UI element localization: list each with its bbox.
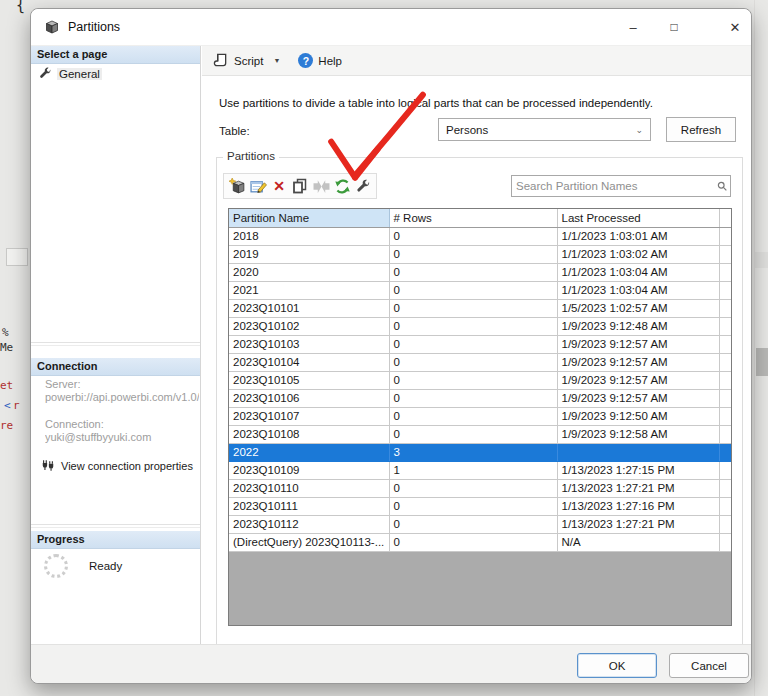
- close-button[interactable]: ✕: [715, 12, 755, 42]
- partition-name-cell[interactable]: 2023Q10101: [229, 299, 389, 317]
- row-count-cell[interactable]: 0: [389, 299, 557, 317]
- column-header-partition-name[interactable]: Partition Name: [229, 209, 389, 227]
- last-processed-cell[interactable]: 1/1/2023 1:03:01 AM: [557, 227, 719, 245]
- new-partition-button[interactable]: [227, 176, 247, 196]
- column-header-rows[interactable]: # Rows: [389, 209, 557, 227]
- row-count-cell[interactable]: 0: [389, 281, 557, 299]
- row-count-cell[interactable]: 0: [389, 425, 557, 443]
- maximize-button[interactable]: □: [654, 12, 694, 42]
- partition-name-cell[interactable]: (DirectQuery) 2023Q10113-...: [229, 533, 389, 551]
- last-processed-cell[interactable]: 1/13/2023 1:27:16 PM: [557, 497, 719, 515]
- row-count-cell[interactable]: 0: [389, 389, 557, 407]
- row-count-cell[interactable]: 0: [389, 479, 557, 497]
- help-button[interactable]: ? Help: [298, 53, 342, 68]
- row-count-cell[interactable]: 0: [389, 227, 557, 245]
- copy-partition-button[interactable]: [290, 176, 310, 196]
- table-row[interactable]: 2023Q10106 0 1/9/2023 9:12:57 AM: [229, 389, 731, 407]
- partition-name-cell[interactable]: 2023Q10105: [229, 371, 389, 389]
- partition-grid[interactable]: Partition Name # Rows Last Processed 201…: [228, 208, 732, 626]
- table-row[interactable]: 2019 0 1/1/2023 1:03:02 AM: [229, 245, 731, 263]
- row-count-cell[interactable]: 0: [389, 407, 557, 425]
- script-button[interactable]: Script ▼: [213, 53, 280, 68]
- row-count-cell[interactable]: 0: [389, 515, 557, 533]
- last-processed-cell[interactable]: [557, 443, 719, 461]
- last-processed-cell[interactable]: 1/1/2023 1:03:04 AM: [557, 281, 719, 299]
- row-count-cell[interactable]: 0: [389, 263, 557, 281]
- last-processed-cell[interactable]: 1/9/2023 9:12:57 AM: [557, 371, 719, 389]
- partition-name-cell[interactable]: 2022: [229, 443, 389, 461]
- last-processed-cell[interactable]: 1/5/2023 1:02:57 AM: [557, 299, 719, 317]
- column-header-spacer: [719, 209, 731, 227]
- cancel-button[interactable]: Cancel: [669, 653, 749, 678]
- partition-name-cell[interactable]: 2023Q10108: [229, 425, 389, 443]
- partition-name-cell[interactable]: 2020: [229, 263, 389, 281]
- row-count-cell[interactable]: 0: [389, 245, 557, 263]
- sidebar-divider: [31, 524, 200, 528]
- table-row[interactable]: (DirectQuery) 2023Q10113-... 0 N/A: [229, 533, 731, 551]
- partition-name-cell[interactable]: 2023Q10106: [229, 389, 389, 407]
- title-bar[interactable]: Partitions – □ ✕: [31, 9, 751, 46]
- last-processed-cell[interactable]: 1/13/2023 1:27:21 PM: [557, 515, 719, 533]
- partition-name-cell[interactable]: 2023Q10104: [229, 353, 389, 371]
- table-row[interactable]: 2023Q10108 0 1/9/2023 9:12:58 AM: [229, 425, 731, 443]
- refresh-button[interactable]: Refresh: [666, 117, 736, 142]
- last-processed-cell[interactable]: 1/9/2023 9:12:50 AM: [557, 407, 719, 425]
- table-row[interactable]: 2023Q10102 0 1/9/2023 9:12:48 AM: [229, 317, 731, 335]
- table-row[interactable]: 2023Q10111 0 1/13/2023 1:27:16 PM: [229, 497, 731, 515]
- row-count-cell[interactable]: 0: [389, 533, 557, 551]
- table-row[interactable]: 2020 0 1/1/2023 1:03:04 AM: [229, 263, 731, 281]
- table-row[interactable]: 2018 0 1/1/2023 1:03:01 AM: [229, 227, 731, 245]
- column-header-last-processed[interactable]: Last Processed: [557, 209, 719, 227]
- search-input[interactable]: [512, 180, 714, 192]
- last-processed-cell[interactable]: 1/13/2023 1:27:21 PM: [557, 479, 719, 497]
- view-connection-properties-link[interactable]: View connection properties: [41, 459, 193, 472]
- last-processed-cell[interactable]: 1/1/2023 1:03:02 AM: [557, 245, 719, 263]
- last-processed-cell[interactable]: 1/9/2023 9:12:57 AM: [557, 335, 719, 353]
- table-row[interactable]: 2023Q10101 0 1/5/2023 1:02:57 AM: [229, 299, 731, 317]
- row-count-cell[interactable]: 1: [389, 461, 557, 479]
- last-processed-cell[interactable]: 1/9/2023 9:12:58 AM: [557, 425, 719, 443]
- partition-name-cell[interactable]: 2019: [229, 245, 389, 263]
- partition-name-cell[interactable]: 2023Q10103: [229, 335, 389, 353]
- table-dropdown[interactable]: Persons ⌄: [438, 118, 651, 141]
- chevron-down-icon[interactable]: ▼: [273, 57, 280, 64]
- table-row[interactable]: 2023Q10112 0 1/13/2023 1:27:21 PM: [229, 515, 731, 533]
- table-row[interactable]: 2022 3: [229, 443, 731, 461]
- last-processed-cell[interactable]: 1/13/2023 1:27:15 PM: [557, 461, 719, 479]
- ok-button[interactable]: OK: [577, 653, 657, 678]
- last-processed-cell[interactable]: N/A: [557, 533, 719, 551]
- partition-settings-button[interactable]: [353, 176, 373, 196]
- partition-name-cell[interactable]: 2023Q10112: [229, 515, 389, 533]
- partition-name-cell[interactable]: 2023Q10110: [229, 479, 389, 497]
- partition-name-cell[interactable]: 2018: [229, 227, 389, 245]
- row-count-cell[interactable]: 0: [389, 317, 557, 335]
- minimize-button[interactable]: –: [613, 12, 653, 42]
- partition-name-cell[interactable]: 2023Q10107: [229, 407, 389, 425]
- partition-name-cell[interactable]: 2023Q10111: [229, 497, 389, 515]
- partition-name-cell[interactable]: 2021: [229, 281, 389, 299]
- last-processed-cell[interactable]: 1/9/2023 9:12:57 AM: [557, 389, 719, 407]
- row-count-cell[interactable]: 0: [389, 335, 557, 353]
- table-row[interactable]: 2023Q10107 0 1/9/2023 9:12:50 AM: [229, 407, 731, 425]
- partition-name-cell[interactable]: 2023Q10102: [229, 317, 389, 335]
- last-processed-cell[interactable]: 1/1/2023 1:03:04 AM: [557, 263, 719, 281]
- table-row[interactable]: 2023Q10103 0 1/9/2023 9:12:57 AM: [229, 335, 731, 353]
- table-row[interactable]: 2023Q10105 0 1/9/2023 9:12:57 AM: [229, 371, 731, 389]
- delete-partition-button[interactable]: ✕: [269, 176, 289, 196]
- last-processed-cell[interactable]: 1/9/2023 9:12:57 AM: [557, 353, 719, 371]
- edit-partition-button[interactable]: [248, 176, 268, 196]
- sidebar-item-general[interactable]: General: [39, 67, 102, 80]
- table-row[interactable]: 2023Q10110 0 1/13/2023 1:27:21 PM: [229, 479, 731, 497]
- table-row[interactable]: 2021 0 1/1/2023 1:03:04 AM: [229, 281, 731, 299]
- spacer-cell: [719, 479, 731, 497]
- table-row[interactable]: 2023Q10109 1 1/13/2023 1:27:15 PM: [229, 461, 731, 479]
- table-row[interactable]: 2023Q10104 0 1/9/2023 9:12:57 AM: [229, 353, 731, 371]
- row-count-cell[interactable]: 0: [389, 497, 557, 515]
- process-partition-button[interactable]: [332, 176, 352, 196]
- row-count-cell[interactable]: 0: [389, 353, 557, 371]
- last-processed-cell[interactable]: 1/9/2023 9:12:48 AM: [557, 317, 719, 335]
- partition-name-cell[interactable]: 2023Q10109: [229, 461, 389, 479]
- merge-partition-button[interactable]: [311, 176, 331, 196]
- row-count-cell[interactable]: 3: [389, 443, 557, 461]
- row-count-cell[interactable]: 0: [389, 371, 557, 389]
